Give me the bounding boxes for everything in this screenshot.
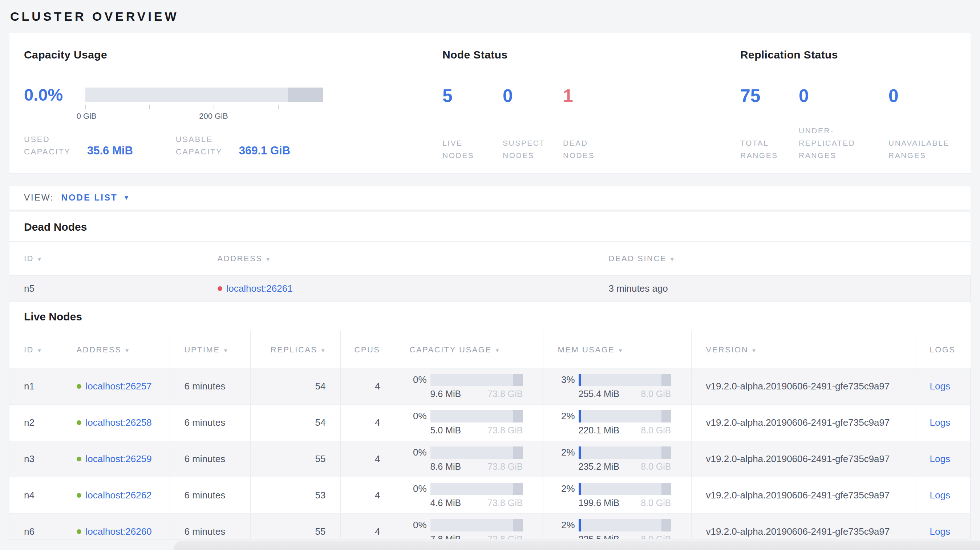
address-link[interactable]: localhost:26258 [86, 417, 152, 428]
cell-cpus: 4 [340, 441, 395, 477]
dead-col-header-address[interactable]: ADDRESS▼ [203, 242, 594, 276]
chevron-down-icon[interactable]: ▼ [124, 195, 130, 201]
suspect-nodes-count: 0 [503, 87, 563, 105]
mem-bar-fill [579, 374, 582, 386]
mem-bar-fill [579, 447, 581, 459]
cell-replicas: 55 [250, 441, 340, 477]
address-link[interactable]: localhost:26260 [86, 526, 152, 537]
capacity-bar-reserved-segment [513, 410, 523, 423]
live-node-row: n6 localhost:26260 6 minutes 55 4 0% 7.8 [10, 513, 970, 539]
logs-link[interactable]: Logs [930, 453, 950, 464]
cell-version: v19.2.0-alpha.20190606-2491-gfe735c9a97 [691, 513, 915, 539]
mem-bar [579, 519, 671, 531]
mem-percent: 2% [561, 410, 575, 422]
logs-link[interactable]: Logs [930, 490, 950, 501]
sort-desc-icon: ▼ [320, 347, 326, 353]
node-status-title: Node Status [442, 48, 740, 61]
used-capacity-label: USED CAPACITY [24, 134, 82, 158]
live-status-dot-icon [76, 420, 81, 425]
live-col-header-logs: LOGS [915, 331, 970, 368]
under-replicated-count: 0 [799, 87, 888, 105]
live-col-header-capacity-usage[interactable]: CAPACITY USAGE▼ [395, 331, 543, 368]
cell-uptime: 6 minutes [170, 477, 250, 513]
mem-bar-reserved-segment [662, 519, 671, 531]
address-link[interactable]: localhost:26259 [86, 453, 152, 465]
mem-bar-reserved-segment [662, 374, 671, 386]
live-col-header-uptime[interactable]: UPTIME▼ [170, 331, 250, 368]
view-selected-value[interactable]: NODE LIST [61, 192, 118, 203]
dead-nodes-table: ID▼ ADDRESS▼ DEAD SINCE▼ n5 localhost:26… [10, 241, 970, 302]
live-col-header-id[interactable]: ID▼ [10, 331, 62, 368]
sort-desc-icon: ▼ [495, 347, 500, 353]
view-dropdown[interactable]: NODE LIST ▼ [61, 192, 130, 203]
capacity-used: 5.0 MiB [430, 425, 461, 436]
mem-bar [579, 447, 671, 459]
cell-id: n1 [10, 368, 62, 405]
logs-link[interactable]: Logs [930, 526, 950, 537]
axis-tick-label: 0 GiB [76, 111, 97, 121]
cluster-summary-card: Capacity Usage 0.0% 0 GiB 200 GiB USED [10, 33, 970, 173]
mem-bar-reserved-segment [662, 410, 671, 423]
live-node-row: n2 localhost:26258 6 minutes 54 4 0% 5.0 [10, 405, 970, 441]
axis-tick [278, 105, 278, 109]
capacity-usage-cell: 0% 4.6 MiB 73.8 GiB [395, 483, 543, 508]
mem-bar [579, 483, 671, 495]
capacity-usage-cell: 0% 5.0 MiB 73.8 GiB [395, 410, 543, 436]
dead-col-header-dead-since[interactable]: DEAD SINCE▼ [594, 242, 970, 276]
used-capacity-value: 35.6 MiB [87, 144, 133, 157]
capacity-bar [430, 410, 523, 423]
mem-usage-cell: 2% 220.1 MiB 8.0 GiB [543, 410, 691, 436]
sort-desc-icon: ▼ [265, 256, 270, 262]
capacity-percent: 0% [413, 520, 427, 531]
live-col-header-address[interactable]: ADDRESS▼ [62, 331, 170, 368]
live-nodes-heading: Live Nodes [10, 302, 970, 331]
dead-nodes-body: n5 localhost:26261 3 minutes ago [10, 276, 970, 302]
page-title: CLUSTER OVERVIEW [0, 0, 980, 24]
address-link[interactable]: localhost:26257 [86, 381, 152, 392]
logs-link[interactable]: Logs [930, 381, 950, 392]
dead-address-link[interactable]: localhost:26261 [227, 283, 293, 294]
live-col-header-mem-usage[interactable]: MEM USAGE▼ [543, 331, 691, 368]
sort-desc-icon: ▼ [670, 256, 675, 262]
capacity-total: 73.8 GiB [487, 498, 523, 508]
live-col-header-version[interactable]: VERSION▼ [691, 331, 915, 368]
sort-desc-icon: ▼ [223, 347, 229, 353]
usable-capacity-stat: USABLE CAPACITY 369.1 GiB [176, 134, 290, 158]
live-nodes-count: 5 [442, 87, 503, 105]
replication-status-title: Replication Status [740, 48, 967, 61]
capacity-bar-reserved-segment [513, 447, 523, 459]
total-ranges-stat: 75 TOTAL RANGES [740, 87, 799, 162]
dead-cell-dead-since: 3 minutes ago [594, 276, 970, 302]
total-ranges-label: TOTAL RANGES [740, 137, 789, 162]
dead-node-row: n5 localhost:26261 3 minutes ago [10, 276, 970, 302]
address-link[interactable]: localhost:26262 [86, 490, 152, 501]
axis-tick-label: 200 GiB [199, 111, 228, 121]
capacity-bar [430, 483, 523, 495]
capacity-bar-reserved-segment [288, 87, 323, 102]
sort-desc-icon: ▼ [124, 347, 130, 353]
mem-percent: 2% [561, 447, 575, 458]
unavailable-ranges-stat: 0 UNAVAILABLE RANGES [888, 87, 967, 162]
dead-nodes-stat: 1 DEAD NODES [563, 87, 612, 162]
capacity-usage-cell: 0% 7.8 MiB 73.8 GiB [395, 519, 543, 539]
mem-usage-cell: 2% 199.6 MiB 8.0 GiB [543, 483, 691, 508]
dead-cell-id: n5 [10, 276, 203, 302]
mem-bar-fill [579, 519, 581, 531]
mem-used: 199.6 MiB [579, 498, 620, 508]
capacity-percent: 0% [413, 483, 427, 494]
dead-col-header-id[interactable]: ID▼ [10, 242, 203, 276]
replication-status-section: Replication Status 75 TOTAL RANGES 0 UND… [740, 48, 967, 173]
cell-cpus: 4 [340, 477, 395, 513]
logs-link[interactable]: Logs [930, 417, 950, 428]
cell-version: v19.2.0-alpha.20190606-2491-gfe735c9a97 [691, 441, 915, 477]
cell-cpus: 4 [340, 405, 395, 441]
node-status-section: Node Status 5 LIVE NODES 0 SUSPECT NODES… [442, 48, 740, 173]
cell-cpus: 4 [340, 513, 395, 539]
mem-used: 255.4 MiB [579, 389, 620, 399]
live-col-header-replicas[interactable]: REPLICAS▼ [250, 331, 340, 368]
capacity-usage-section: Capacity Usage 0.0% 0 GiB 200 GiB USED [24, 48, 442, 173]
capacity-bar [430, 374, 523, 386]
mem-percent: 2% [561, 520, 575, 531]
axis-tick [149, 105, 150, 109]
mem-bar-reserved-segment [662, 483, 671, 495]
